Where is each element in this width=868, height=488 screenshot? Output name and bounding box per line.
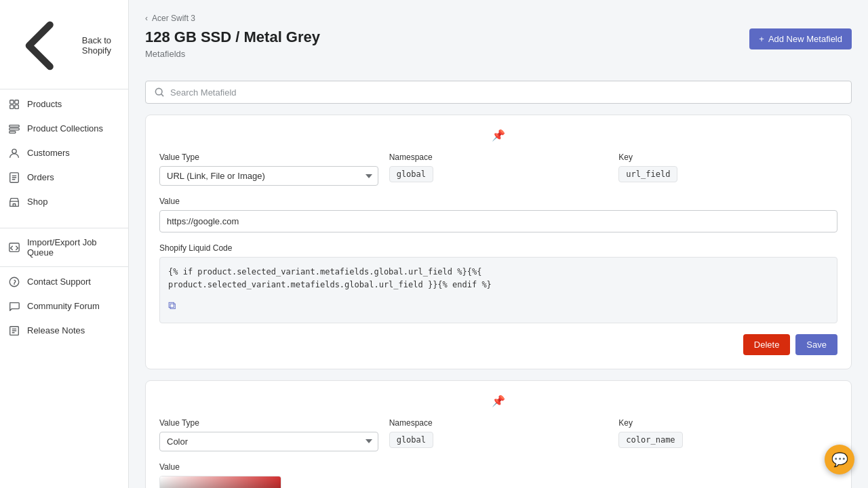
sidebar-item-import-export-label: Import/Export Job Queue	[27, 237, 120, 258]
namespace-group-2: Namespace global	[389, 418, 608, 451]
save-button-1[interactable]: Save	[795, 334, 837, 355]
sidebar-item-orders[interactable]: Orders	[0, 165, 128, 190]
chat-icon: 💬	[831, 451, 848, 468]
sidebar-divider	[0, 89, 128, 89]
forum-icon	[8, 300, 20, 312]
chat-button[interactable]: 💬	[825, 445, 854, 474]
copy-icon-1[interactable]: ⧉	[168, 297, 829, 314]
sidebar-item-shop[interactable]: Shop	[0, 190, 128, 214]
collection-icon	[8, 123, 20, 135]
page-title: 128 GB SSD / Metal Grey	[145, 28, 320, 46]
svg-rect-1	[15, 100, 18, 103]
sidebar-item-product-collections[interactable]: Product Collections	[0, 117, 128, 141]
svg-rect-2	[10, 105, 14, 108]
sidebar-divider-2	[0, 228, 128, 228]
header-row: 128 GB SSD / Metal Grey Metafields + Add…	[145, 28, 852, 70]
namespace-label-1: Namespace	[389, 152, 608, 162]
metafield-card-2: 📌 Value Type Color Namespace global Key …	[145, 380, 852, 488]
add-metafield-button[interactable]: + Add New Metafield	[749, 28, 852, 49]
namespace-label-2: Namespace	[389, 418, 608, 428]
value-type-select-2[interactable]: Color	[159, 432, 378, 451]
sidebar-item-import-export[interactable]: Import/Export Job Queue	[0, 231, 128, 264]
card-2-pin: 📌	[159, 394, 837, 407]
svg-rect-9	[13, 203, 16, 206]
value-type-select-1[interactable]: URL (Link, File or Image)	[159, 166, 378, 186]
value-type-label-2: Value Type	[159, 418, 378, 428]
sidebar-item-community-forum-label: Community Forum	[27, 301, 100, 311]
key-badge-1: url_field	[618, 166, 677, 182]
liquid-code-line-2: product.selected_variant.metafields.glob…	[168, 279, 829, 291]
namespace-badge-1: global	[389, 166, 433, 182]
sidebar-item-shop-label: Shop	[27, 197, 47, 207]
liquid-code-line-1: {% if product.selected_variant.metafield…	[168, 266, 829, 279]
customers-icon	[8, 147, 20, 159]
sidebar-item-products[interactable]: Products	[0, 92, 128, 117]
main-content: ‹ Acer Swift 3 128 GB SSD / Metal Grey M…	[129, 0, 868, 488]
liquid-code-section-1: Shopify Liquid Code {% if product.select…	[159, 243, 837, 323]
key-label-1: Key	[618, 152, 837, 162]
sidebar: Back to Shopify Products Product Collect…	[0, 0, 129, 488]
add-button-label: Add New Metafield	[768, 34, 842, 44]
notes-icon	[8, 325, 20, 337]
search-icon	[154, 87, 165, 98]
pin-icon-2: 📌	[492, 394, 505, 407]
sidebar-item-customers[interactable]: Customers	[0, 141, 128, 165]
back-to-shopify-link[interactable]: Back to Shopify	[0, 5, 128, 86]
value-label-2: Value	[159, 462, 837, 472]
search-input[interactable]	[170, 87, 843, 98]
sidebar-item-release-notes-label: Release Notes	[27, 325, 85, 336]
page-subtitle: Metafields	[145, 49, 320, 59]
value-type-group-1: Value Type URL (Link, File or Image)	[159, 152, 378, 186]
card-1-field-row: Value Type URL (Link, File or Image) Nam…	[159, 152, 837, 186]
back-arrow-icon	[8, 11, 78, 81]
shop-icon	[8, 196, 20, 208]
support-icon	[8, 276, 20, 288]
pin-icon-1: 📌	[492, 129, 505, 142]
sidebar-item-release-notes[interactable]: Release Notes	[0, 319, 128, 343]
key-badge-2: color_name	[618, 432, 682, 448]
svg-rect-0	[10, 100, 14, 103]
key-group-1: Key url_field	[618, 152, 837, 186]
value-label-1: Value	[159, 197, 837, 206]
value-input-1[interactable]	[159, 210, 837, 232]
breadcrumb: ‹ Acer Swift 3	[145, 14, 852, 23]
value-type-label-1: Value Type	[159, 152, 378, 162]
svg-rect-6	[9, 131, 16, 133]
svg-rect-4	[9, 125, 19, 127]
svg-rect-3	[15, 105, 18, 108]
import-export-icon	[8, 241, 20, 253]
header-left: 128 GB SSD / Metal Grey Metafields	[145, 28, 320, 70]
liquid-code-box-1: {% if product.selected_variant.metafield…	[159, 257, 837, 323]
sidebar-item-contact-support[interactable]: Contact Support	[0, 270, 128, 294]
products-icon	[8, 98, 20, 110]
value-group-2: Value	[159, 462, 837, 488]
value-type-group-2: Value Type Color	[159, 418, 378, 451]
namespace-group-1: Namespace global	[389, 152, 608, 186]
key-label-2: Key	[618, 418, 837, 428]
card-1-pin: 📌	[159, 129, 837, 142]
svg-point-7	[12, 149, 16, 153]
card-2-field-row: Value Type Color Namespace global Key co…	[159, 418, 837, 451]
sidebar-item-products-label: Products	[27, 99, 62, 109]
liquid-code-label-1: Shopify Liquid Code	[159, 243, 837, 253]
sidebar-item-contact-support-label: Contact Support	[27, 277, 91, 287]
key-group-2: Key color_name	[618, 418, 837, 451]
back-label: Back to Shopify	[82, 35, 120, 56]
color-gradient[interactable]	[160, 476, 281, 488]
metafield-card-1: 📌 Value Type URL (Link, File or Image) N…	[145, 115, 852, 369]
sidebar-item-collections-label: Product Collections	[27, 123, 103, 134]
sidebar-item-community-forum[interactable]: Community Forum	[0, 294, 128, 319]
value-group-1: Value	[159, 197, 837, 232]
sidebar-item-customers-label: Customers	[27, 148, 70, 158]
add-button-icon: +	[759, 34, 764, 44]
sidebar-item-orders-label: Orders	[27, 172, 54, 182]
breadcrumb-parent[interactable]: Acer Swift 3	[152, 14, 195, 23]
svg-point-11	[9, 277, 19, 287]
namespace-badge-2: global	[389, 432, 433, 448]
search-bar	[145, 81, 852, 104]
orders-icon	[8, 171, 20, 184]
sidebar-divider-3	[0, 266, 128, 267]
breadcrumb-chevron: ‹	[145, 14, 148, 23]
color-picker[interactable]	[159, 476, 281, 488]
delete-button-1[interactable]: Delete	[743, 334, 791, 355]
